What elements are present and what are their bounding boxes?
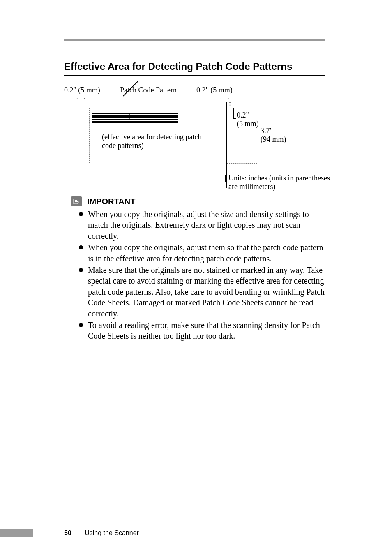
label-inner-top-margin: 0.2" (5 mm) — [237, 111, 259, 128]
footer-text: 50 Using the Scanner — [64, 529, 139, 537]
diagram: 0.2" (5 mm) Patch Code Pattern 0.2" (5 m… — [64, 82, 327, 189]
list-item: When you copy the originals, adjust the … — [79, 209, 325, 241]
important-heading: IMPORTANT — [71, 196, 325, 206]
section-heading-wrap: Effective Area for Detecting Patch Code … — [64, 61, 325, 76]
important-list: When you copy the originals, adjust the … — [71, 209, 325, 342]
important-label: IMPORTANT — [87, 197, 135, 206]
dash-guide-inner — [231, 108, 231, 119]
bracket-left — [81, 102, 83, 188]
units-rule — [225, 175, 226, 182]
footer-bar — [0, 529, 33, 537]
arrow-pair-left-icon: → ← — [73, 95, 90, 102]
dash-ext-top — [227, 108, 257, 108]
arrow-pair-vert-icon: ↓↑ — [228, 99, 231, 108]
page-number: 50 — [64, 529, 71, 536]
svg-rect-0 — [75, 200, 77, 201]
svg-rect-2 — [75, 203, 78, 203]
svg-rect-1 — [75, 201, 78, 202]
label-total-height: 3.7" (94 mm) — [261, 127, 286, 144]
list-item: When you copy the originals, adjust them… — [79, 242, 325, 264]
important-icon — [71, 196, 82, 206]
bracket-small-dim — [233, 108, 235, 119]
list-item: To avoid a reading error, make sure that… — [79, 320, 325, 342]
top-rule — [64, 39, 325, 41]
up-arrow-icon: ✦ — [127, 112, 133, 121]
label-right-margin: 0.2" (5 mm) — [196, 86, 233, 95]
label-left-margin: 0.2" (5 mm) — [64, 86, 100, 95]
running-head: Using the Scanner — [85, 529, 139, 536]
important-block: IMPORTANT When you copy the originals, a… — [71, 196, 325, 342]
units-note: Units: inches (units in parentheses are … — [228, 174, 335, 191]
section-heading: Effective Area for Detecting Patch Code … — [64, 61, 292, 72]
effective-caption: (effective area for detecting patch code… — [102, 133, 217, 150]
patch-code-bars — [92, 113, 178, 123]
list-item: Make sure that the originals are not sta… — [79, 265, 325, 319]
dash-ext-bottom — [227, 163, 257, 164]
